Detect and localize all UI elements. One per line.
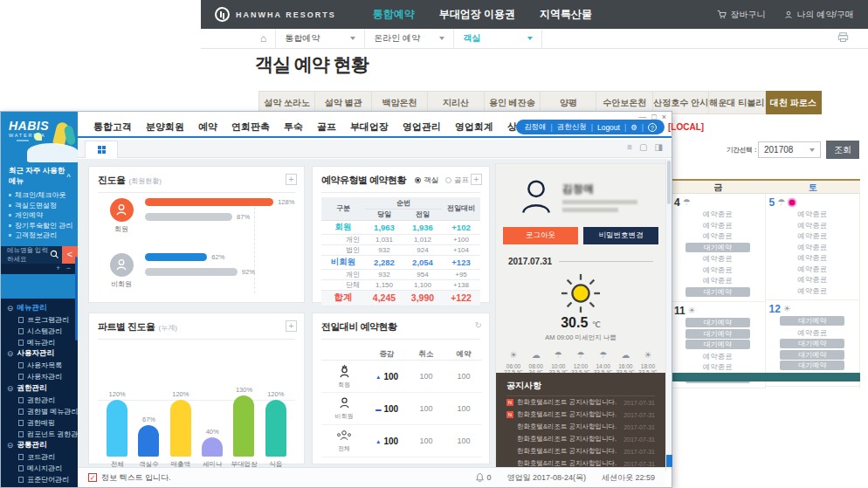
notice-date: 2017-07-31 xyxy=(623,400,655,406)
tree-item[interactable]: 코드관리 xyxy=(7,451,78,463)
reservation-closed-label: 예약종료 xyxy=(674,361,761,373)
tree-item[interactable]: 표준단어관리 xyxy=(7,474,78,485)
recent-menu-item[interactable]: 장기투숙할인 관리 xyxy=(9,221,74,231)
breadcrumb-select[interactable]: 통합예약 xyxy=(275,29,364,48)
waiting-reservation-button[interactable]: 대기예약 xyxy=(780,316,844,326)
period-dropdown[interactable]: 201708 xyxy=(758,141,821,158)
notice-text[interactable]: 한화호텔&리조트 공지사항입니다. xyxy=(517,398,620,407)
calendar-date-row: 5☂ xyxy=(769,196,857,209)
notice-text[interactable]: 한화호텔&리조트 공지사항입니다. xyxy=(517,423,620,431)
waiting-reservation-button[interactable]: 대기예약 xyxy=(685,340,750,349)
hanwha-nav-item[interactable]: 통합예약 xyxy=(373,7,415,22)
menu-search-bar: 메뉴명을 입력하세요 < xyxy=(1,246,78,264)
tree-item[interactable]: 사용자관리 xyxy=(7,371,78,382)
copy-icon[interactable]: ▢ xyxy=(639,142,647,152)
notice-text[interactable]: 한화호텔&리조트 공지사항입니다. xyxy=(517,435,620,443)
maximize-icon[interactable]: □ xyxy=(651,113,656,121)
waiting-reservation-button[interactable]: 대기예약 xyxy=(685,287,750,297)
tree-group[interactable]: ⊖사용자관리 xyxy=(7,348,78,361)
logout-link[interactable]: Logout xyxy=(597,123,620,132)
tree-item[interactable]: 표준도메인관리 xyxy=(7,485,78,487)
radio-selected[interactable]: 객실 xyxy=(415,175,438,186)
expand-card-button[interactable]: + xyxy=(286,174,297,185)
radio-option[interactable]: 골프 xyxy=(445,175,469,186)
waiting-reservation-button[interactable]: 대기예약 xyxy=(685,329,750,339)
waiting-reservation-button[interactable]: 대기예약 xyxy=(780,339,844,348)
settings-icon[interactable]: ◨ xyxy=(655,142,663,152)
menubar-item[interactable]: 부대업장 xyxy=(350,120,389,134)
tree-group[interactable]: ⊖메뉴관리 xyxy=(7,302,78,314)
notice-text[interactable]: 한화호텔&리조트 공지사항입니다. xyxy=(517,410,620,419)
notice-row: N한화호텔&리조트 공지사항입니다.2017-07-31 xyxy=(506,409,655,421)
calendar-cell: 4☂예약종료예약종료예약종료대기예약예약종료예약종료예약종료대기예약 xyxy=(671,194,765,302)
expand-card-button[interactable]: + xyxy=(286,320,297,332)
scrollbar-thumb[interactable] xyxy=(667,161,671,204)
home-icon[interactable]: ⌂ xyxy=(260,32,266,45)
menubar-item[interactable]: 통합고객 xyxy=(93,120,132,134)
close-icon[interactable]: × xyxy=(662,113,666,121)
expand-all-button[interactable]: + xyxy=(56,264,60,272)
resort-tab[interactable]: 해운대 티볼리 xyxy=(709,91,765,114)
minimize-icon[interactable]: — xyxy=(638,113,646,121)
search-button[interactable]: 조회 xyxy=(826,141,859,159)
waiting-reservation-button[interactable]: 대기예약 xyxy=(685,243,750,252)
content-scrollbar[interactable] xyxy=(665,159,672,467)
gear-icon[interactable]: ⚙ xyxy=(630,123,637,132)
cart-link[interactable]: 장바구니 xyxy=(717,9,765,21)
recent-menu-item[interactable]: 개인예약 xyxy=(9,210,74,221)
tree-item[interactable]: 컴포넌트 권한관리 xyxy=(7,429,78,440)
resort-tab[interactable]: 대천 파로스 xyxy=(766,91,822,114)
reservation-closed-label: 예약종료 xyxy=(674,209,761,220)
hanwha-nav-item[interactable]: 지역특산물 xyxy=(540,7,592,22)
expand-card-button[interactable]: + xyxy=(471,174,482,185)
menubar-item[interactable]: 투숙 xyxy=(284,120,303,134)
tree-item[interactable]: 권한별 메뉴관리 xyxy=(7,406,78,417)
hanwha-utility-nav: 장바구니 나의 예약/구매 xyxy=(717,9,854,21)
tree-group[interactable]: ⊖공통관리 xyxy=(7,440,78,452)
menubar-item[interactable]: 연회판촉 xyxy=(231,120,270,134)
hanwha-nav-item[interactable]: 부대업장 이용권 xyxy=(439,7,515,22)
breadcrumb-select[interactable]: 온라인 예약 xyxy=(364,29,453,48)
dashboard-tab[interactable] xyxy=(85,141,118,158)
search-icon[interactable] xyxy=(50,247,62,263)
recent-menu-item[interactable]: 체크인/체크아웃 xyxy=(9,190,74,201)
tree-item[interactable]: 권한매핑 xyxy=(7,417,78,429)
tree-item-label: 권한관리 xyxy=(27,395,55,405)
help-icon[interactable]: ? xyxy=(648,123,657,132)
menubar-item[interactable]: 분양회원 xyxy=(146,120,184,134)
notice-text[interactable]: 한화호텔&리조트 공지사항입니다. xyxy=(517,447,620,456)
waiting-reservation-button[interactable]: 대기예약 xyxy=(780,361,844,370)
tree-item[interactable]: 메뉴관리 xyxy=(7,337,78,348)
menubar-item[interactable]: 영업회계 xyxy=(455,120,493,134)
tree-item[interactable]: 메시지관리 xyxy=(7,463,78,474)
tree-item[interactable]: 시스템관리 xyxy=(7,326,78,337)
recent-menu-item[interactable]: 객실도면설정 xyxy=(9,201,74,211)
tree-group[interactable]: ⊖권한관리 xyxy=(7,382,78,395)
menubar-item[interactable]: 영업관리 xyxy=(403,120,441,134)
my-reservation-link[interactable]: 나의 예약/구매 xyxy=(784,9,854,21)
logout-button[interactable]: 로그아웃 xyxy=(503,227,578,244)
collapse-all-button[interactable]: − xyxy=(66,264,71,272)
document-icon xyxy=(18,431,24,437)
recent-menu-header[interactable]: 최근 자주 사용한 메뉴 ^ xyxy=(1,166,78,190)
menu-search-input[interactable]: 메뉴명을 입력하세요 xyxy=(1,246,50,264)
holiday-badge xyxy=(788,198,796,207)
waiting-reservation-button[interactable]: 대기예약 xyxy=(780,350,844,360)
tree-item[interactable]: 권한관리 xyxy=(7,395,78,406)
print-icon[interactable] xyxy=(837,32,849,45)
change-password-button[interactable]: 비밀번호변경 xyxy=(583,227,658,244)
bell-icon[interactable] xyxy=(476,473,484,482)
tree-item[interactable]: 사용자목록 xyxy=(7,360,78,371)
weather-caption: AM 09:00 미세먼지 나쁨 xyxy=(496,333,665,342)
permission-request-link[interactable]: 권한신청 xyxy=(557,122,587,133)
list-icon[interactable]: ≡ xyxy=(627,142,632,152)
refresh-icon[interactable]: ↻ xyxy=(475,320,482,330)
waiting-reservation-button[interactable]: 대기예약 xyxy=(685,318,750,327)
info-checkbox[interactable]: ✓ xyxy=(88,473,97,482)
tree-item[interactable]: 프로그램관리 xyxy=(7,314,78,326)
weather-storm-icon: ☂ xyxy=(570,350,591,361)
recent-menu-item[interactable]: 고객정보관리 xyxy=(9,230,74,241)
menubar-item[interactable]: 예약 xyxy=(198,120,217,134)
menubar-item[interactable]: 골프 xyxy=(317,120,336,134)
breadcrumb-select[interactable]: 객실 xyxy=(453,29,542,48)
